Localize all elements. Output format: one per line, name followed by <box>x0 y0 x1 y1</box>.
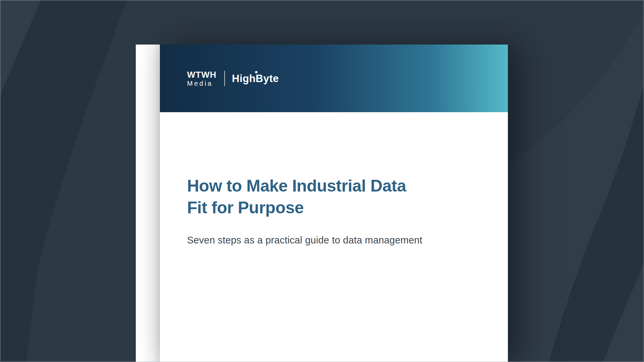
wtwh-media-logo: WTWH Media <box>187 70 217 87</box>
cover-screenshot: WTWH Media HighByte How to Make Industri… <box>0 0 644 362</box>
document-page: WTWH Media HighByte How to Make Industri… <box>160 45 508 362</box>
highbyte-dot-icon <box>255 71 257 73</box>
media-logo-text: Media <box>187 80 213 87</box>
logo-lockup: WTWH Media HighByte <box>187 70 279 87</box>
highbyte-logo: HighByte <box>232 73 279 84</box>
highbyte-logo-text: HighByte <box>232 73 279 84</box>
logo-divider <box>224 71 225 86</box>
wtwh-logo-text: WTWH <box>187 70 217 79</box>
cover-title-line-1: How to Make Industrial Data <box>187 175 406 197</box>
cover-title-line-2: Fit for Purpose <box>187 197 406 219</box>
cover-banner: WTWH Media HighByte <box>160 45 508 112</box>
cover-subtitle: Seven steps as a practical guide to data… <box>187 233 422 247</box>
cover-title: How to Make Industrial Data Fit for Purp… <box>187 175 406 219</box>
back-page-edge <box>136 45 161 362</box>
